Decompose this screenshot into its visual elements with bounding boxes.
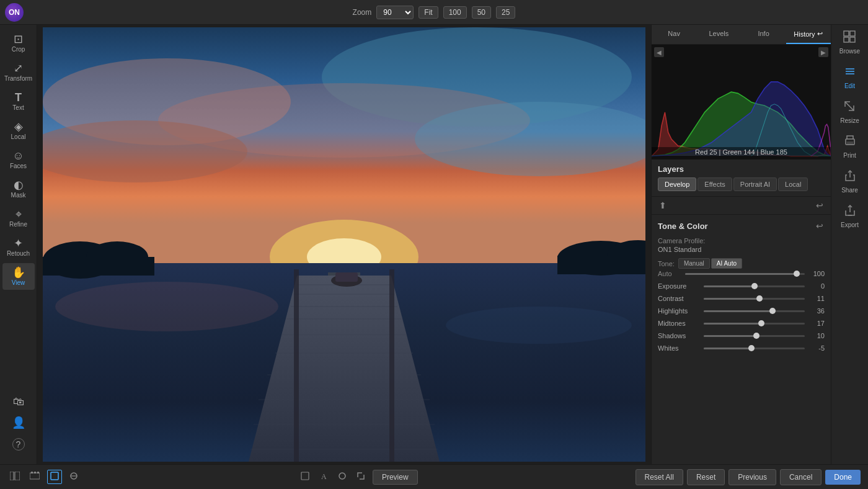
exposure-thumb[interactable] [751,283,758,289]
layer-tab-develop[interactable]: Develop [658,177,696,191]
previous-btn[interactable]: Previous [728,469,776,485]
tool-view[interactable]: ✋ View [2,263,35,290]
shadows-value: 10 [807,332,825,339]
text-label: Text [12,104,24,111]
tool-help[interactable]: ? [2,434,35,454]
tone-ai-auto-btn[interactable]: AI Auto [711,258,742,269]
midtones-label: Midtones [658,320,701,327]
zoom-100-btn[interactable]: 100 [443,6,467,19]
tone-manual-btn[interactable]: Manual [678,258,710,269]
far-right-edit[interactable]: Edit [843,65,857,89]
exposure-label: Exposure [658,282,701,290]
tool-faces[interactable]: ☺ Faces [2,146,35,173]
reset-btn[interactable]: Reset [687,469,725,485]
far-right-share[interactable]: Share [841,169,858,194]
tool-transform[interactable]: ⤢ Transform [2,59,35,86]
tab-nav[interactable]: Nav [652,25,696,44]
crop-overlay-btn[interactable] [354,470,368,483]
layer-tab-portrait-ai[interactable]: Portrait AI [733,177,777,191]
svg-rect-32 [389,269,394,462]
zoom-select[interactable]: 90 100 75 50 25 [376,6,414,19]
right-scroll[interactable]: Tone & Color ↩ Camera Profile: ON1 Stand… [652,215,831,464]
print-label: Print [843,152,856,159]
far-right-browse[interactable]: Browse [839,30,860,55]
tool-mask[interactable]: ◐ Mask [2,176,35,202]
whites-track[interactable] [704,348,805,349]
zoom-fit-btn[interactable]: Fit [418,6,438,19]
exposure-track[interactable] [704,285,805,287]
hist-arrow-left[interactable]: ◀ [654,47,664,57]
view-label: View [12,279,25,286]
shadows-label: Shadows [658,332,701,339]
contrast-thumb[interactable] [756,295,763,302]
filmstrip-btn[interactable] [27,470,42,483]
contrast-fill [704,298,760,300]
toggle-panels-btn[interactable] [7,470,22,483]
tool-retouch[interactable]: ✦ Retouch [2,234,35,261]
history-undo-icon: ↩ [817,30,823,38]
mask-overlay-btn[interactable] [298,470,312,483]
tool-local[interactable]: ◈ Local [2,117,35,144]
browse-icon [843,30,856,47]
camera-profile: Camera Profile: ON1 Standard [658,237,825,253]
highlights-track[interactable] [704,310,805,312]
tool-refine[interactable]: ⌖ Refine [2,205,35,231]
far-right-resize[interactable]: Resize [840,99,859,124]
cancel-btn[interactable]: Cancel [780,469,822,485]
exposure-fill [704,285,755,287]
shadows-track[interactable] [704,335,805,337]
contrast-track[interactable] [704,298,805,300]
single-view-btn[interactable] [47,470,62,484]
auto-row: Auto 100 [658,270,825,277]
svg-rect-53 [15,472,20,480]
done-btn[interactable]: Done [825,470,861,485]
zoom-50-btn[interactable]: 50 [472,6,491,19]
svg-rect-54 [30,473,40,479]
whites-thumb[interactable] [748,345,755,351]
midtones-track[interactable] [704,323,805,325]
highlights-value: 36 [807,307,825,315]
tab-levels[interactable]: Levels [696,25,741,44]
faces-label: Faces [10,163,27,169]
auto-thumb[interactable] [794,271,800,277]
tone-buttons: Manual AI Auto [678,258,742,269]
circle-btn[interactable] [67,470,81,483]
layer-tab-local[interactable]: Local [778,177,808,191]
camera-profile-label: Camera Profile: [658,237,825,244]
highlights-label: Highlights [658,307,701,315]
zoom-25-btn[interactable]: 25 [496,6,515,19]
svg-point-33 [55,282,278,331]
shadows-thumb[interactable] [753,333,760,339]
auto-slider-track[interactable] [685,273,805,275]
highlights-thumb[interactable] [769,308,776,314]
svg-rect-48 [847,141,853,145]
tool-account[interactable]: 👤 [2,413,35,432]
retouch-label: Retouch [7,250,30,257]
layer-reset-btn[interactable]: ↩ [815,199,825,212]
layer-export-btn[interactable]: ⬆ [658,199,668,212]
tab-history[interactable]: History ↩ [786,25,831,44]
midtones-thumb[interactable] [758,320,764,326]
highlights-fill [704,310,773,312]
far-right-export[interactable]: Export [841,204,859,228]
reset-all-btn[interactable]: Reset All [636,469,683,485]
text-icon: T [15,92,22,103]
faces-icon: ☺ [12,150,24,161]
svg-rect-40 [850,31,855,36]
hist-arrow-right[interactable]: ▶ [818,47,828,57]
auto-label: Auto [658,270,683,277]
text-tool-btn[interactable]: A [317,470,330,483]
preview-btn[interactable]: Preview [373,470,418,485]
tone-reset-btn[interactable]: ↩ [815,220,825,232]
far-right-print[interactable]: Print [843,134,857,159]
layer-tab-effects[interactable]: Effects [698,177,732,191]
circle-tool-btn[interactable] [335,470,349,483]
bottom-right: Reset All Reset Previous Cancel Done [636,469,861,485]
tool-crop[interactable]: ⊡ Crop [2,30,35,56]
canvas-image [43,27,645,462]
far-right-panel: Browse Edit Resize Print Share [831,25,868,464]
tool-shop[interactable]: 🛍 [2,392,35,411]
tool-text[interactable]: T Text [2,88,35,115]
tab-info[interactable]: Info [742,25,786,44]
whites-value: -5 [807,344,825,352]
